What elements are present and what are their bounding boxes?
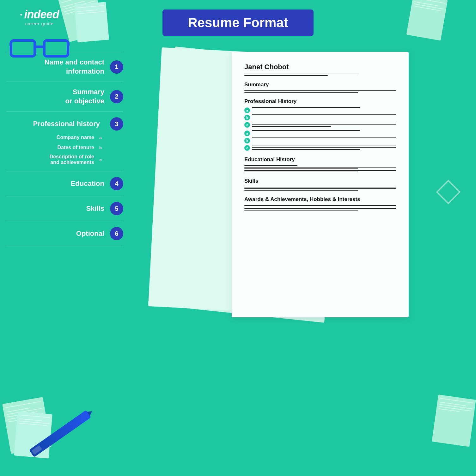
subitem-description: Description of roleand achievements c (50, 154, 104, 165)
header: ● indeed career guide (0, 0, 476, 36)
edu-line-4 (244, 170, 396, 171)
logo-tagline: career guide (25, 21, 54, 26)
menu-item-2: Summaryor objective 2 (6, 82, 123, 111)
menu-item-3: Professional history 3 Company name a Da… (6, 111, 123, 171)
awards-line-2 (244, 207, 396, 207)
page-title: Resume Format (188, 15, 288, 30)
bullet-b: b (244, 115, 250, 120)
resume-section-awards: Awards & Achievements, Hobbies & Interes… (244, 196, 396, 203)
menu-badge-6: 6 (110, 227, 123, 240)
bullet-b-2: b (244, 138, 250, 143)
resume-section-skills: Skills (244, 178, 396, 184)
resume-section-summary: Summary (244, 82, 396, 88)
menu-items: Name and contact information 1 Summaryor… (6, 52, 123, 246)
menu-item-1: Name and contact information 1 (6, 52, 123, 82)
menu-item-3-text: Professional history (33, 119, 100, 129)
menu-item-3-subitems: Company name a Dates of tenure b Descrip… (50, 132, 104, 165)
menu-item-2-text: Summaryor objective (65, 88, 104, 106)
summary-line-2 (244, 92, 358, 93)
menu-item-4: Education 4 (6, 171, 123, 196)
left-panel: Name and contact information 1 Summaryor… (6, 42, 123, 470)
edu-line-3 (244, 168, 358, 169)
skills-line-2 (244, 188, 396, 189)
menu-badge-3: 3 (110, 117, 123, 131)
prof-entry-1-c: c (244, 122, 396, 128)
prof-entry-1-a: a (244, 107, 396, 113)
main-layout: ● indeed career guide (0, 0, 476, 476)
bullet-c: c (244, 122, 250, 128)
menu-badge-5: 5 (110, 202, 123, 215)
awards-line-1 (244, 205, 396, 206)
prof-lines-2c (252, 145, 396, 150)
subitem-company: Company name a (57, 134, 104, 141)
resume-paper: Janet Chobot Summary Professional Histor… (232, 52, 409, 317)
bullet-a: a (244, 107, 250, 113)
menu-item-4-text: Education (71, 179, 104, 188)
menu-badge-4: 4 (110, 177, 123, 190)
prof-entry-2-a: a (244, 130, 396, 136)
prof-lines-2b (252, 137, 396, 138)
menu-item-5: Skills 5 (6, 196, 123, 221)
prof-lines-1a (252, 107, 396, 108)
edu-line-5 (244, 172, 358, 172)
title-banner: Resume Format (162, 9, 313, 36)
bullet-c-2: c (244, 145, 250, 151)
prof-entry-1-b: b (244, 114, 396, 120)
content-area: Name and contact information 1 Summaryor… (0, 36, 476, 476)
prof-lines-1b (252, 114, 396, 115)
subitem-dates: Dates of tenure b (58, 144, 104, 151)
prof-entry-2-c: c (244, 145, 396, 151)
name-underline-1 (244, 74, 358, 74)
prof-lines-2a (252, 130, 396, 131)
menu-item-1-text: Name and contact information (6, 58, 104, 76)
edu-line-2 (244, 167, 396, 168)
menu-badge-1: 1 (110, 60, 123, 74)
resume-section-profhistory: Professional History (244, 98, 396, 105)
name-underline-2 (244, 75, 328, 76)
resume-section-education: Educational History (244, 156, 396, 163)
summary-line-1 (244, 90, 396, 91)
menu-item-5-text: Skills (86, 204, 104, 213)
awards-line-3 (244, 208, 396, 209)
resume-name: Janet Chobot (244, 63, 396, 71)
menu-item-6-text: Optional (76, 229, 104, 238)
edu-line-1 (244, 165, 297, 166)
menu-item-6: Optional 6 (6, 221, 123, 246)
menu-badge-2: 2 (110, 90, 123, 103)
right-panel: Janet Chobot Summary Professional Histor… (123, 42, 467, 470)
skills-line-1 (244, 187, 396, 187)
bullet-a-2: a (244, 131, 250, 136)
skills-line-3 (244, 190, 358, 191)
awards-line-4 (244, 210, 358, 211)
logo-brand: indeed (24, 8, 59, 21)
prof-entry-2-b: b (244, 137, 396, 143)
prof-lines-1c (252, 122, 396, 127)
